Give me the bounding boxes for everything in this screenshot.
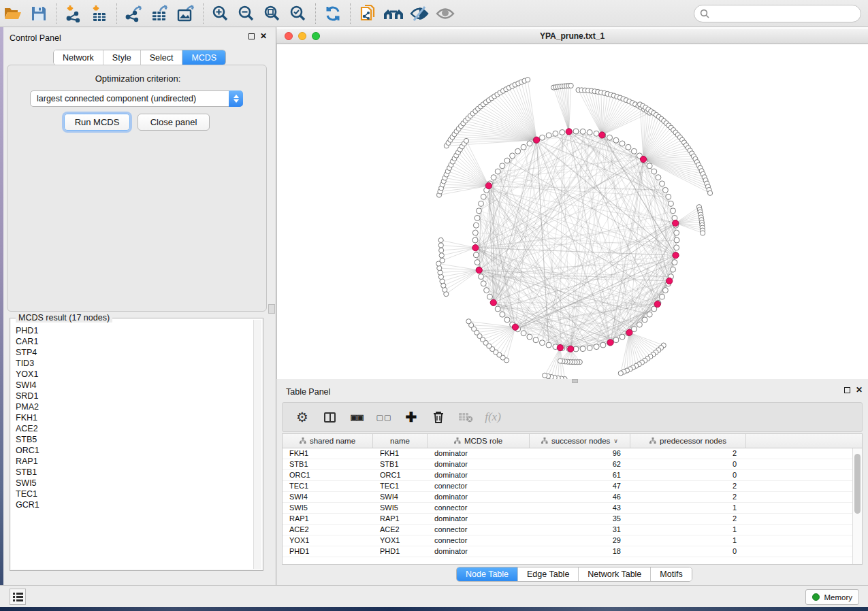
- import-table-icon[interactable]: [86, 2, 112, 25]
- save-session-icon[interactable]: [26, 2, 52, 25]
- cell-MCDS-role[interactable]: connector: [428, 481, 530, 491]
- cell-MCDS-role[interactable]: connector: [428, 525, 530, 535]
- table-settings-gear-icon[interactable]: ⚙: [293, 408, 311, 426]
- list-item[interactable]: SRD1: [16, 391, 252, 401]
- column-header-name[interactable]: name: [373, 434, 428, 448]
- table-row[interactable]: SWI5SWI5connector431: [283, 503, 852, 514]
- table-scrollbar[interactable]: [852, 448, 862, 564]
- unselect-all-columns-icon[interactable]: ▢▢: [375, 408, 393, 426]
- list-item[interactable]: STB1: [16, 467, 252, 478]
- cell-successor-nodes[interactable]: 18: [530, 546, 630, 557]
- cell-MCDS-role[interactable]: dominator: [428, 492, 530, 502]
- list-item[interactable]: FKH1: [16, 412, 252, 423]
- list-item[interactable]: TEC1: [16, 489, 252, 499]
- cell-shared-name[interactable]: RAP1: [283, 514, 373, 524]
- cell-predecessor-nodes[interactable]: 1: [630, 525, 746, 535]
- table-row[interactable]: YOX1YOX1connector291: [283, 535, 852, 546]
- cell-successor-nodes[interactable]: 29: [530, 535, 630, 546]
- memory-button[interactable]: Memory: [805, 589, 859, 605]
- cell-shared-name[interactable]: STB1: [283, 459, 373, 469]
- criterion-dropdown[interactable]: largest connected component (undirected): [30, 90, 243, 107]
- list-item[interactable]: ORC1: [16, 445, 252, 456]
- duplicate-network-icon[interactable]: [355, 2, 381, 25]
- zoom-fit-icon[interactable]: [259, 2, 285, 25]
- cell-name[interactable]: STB1: [373, 459, 428, 469]
- tab-network[interactable]: Network: [54, 50, 103, 65]
- cell-shared-name[interactable]: SWI4: [283, 492, 373, 502]
- table-row[interactable]: RAP1RAP1dominator352: [283, 514, 852, 525]
- list-item[interactable]: GCR1: [16, 499, 252, 510]
- hide-selected-icon[interactable]: [406, 2, 432, 25]
- cell-name[interactable]: SWI4: [373, 492, 428, 502]
- cell-shared-name[interactable]: YOX1: [283, 535, 373, 546]
- mcds-result-scrollbar[interactable]: [253, 320, 261, 569]
- list-item[interactable]: TID3: [16, 358, 252, 369]
- list-item[interactable]: CAR1: [16, 336, 252, 347]
- list-item[interactable]: ACE2: [16, 423, 252, 434]
- cell-successor-nodes[interactable]: 31: [530, 525, 630, 535]
- cell-shared-name[interactable]: ORC1: [283, 470, 373, 480]
- list-item[interactable]: PMA2: [16, 401, 252, 412]
- table-row[interactable]: TEC1TEC1connector472: [283, 481, 852, 492]
- tab-edge-table[interactable]: Edge Table: [518, 567, 579, 581]
- list-item[interactable]: SWI4: [16, 380, 252, 391]
- network-canvas[interactable]: [276, 44, 868, 379]
- cell-predecessor-nodes[interactable]: 1: [630, 535, 746, 546]
- table-row[interactable]: SWI4SWI4dominator462: [283, 492, 852, 503]
- cell-name[interactable]: YOX1: [373, 535, 428, 546]
- node-table[interactable]: shared namenameMCDS rolesuccessor nodes∨…: [282, 433, 863, 565]
- table-row[interactable]: STB1STB1dominator620: [283, 459, 852, 470]
- list-item[interactable]: SWI5: [16, 478, 252, 489]
- open-file-icon[interactable]: [0, 2, 26, 25]
- table-row[interactable]: PHD1PHD1dominator180: [283, 546, 852, 557]
- cell-successor-nodes[interactable]: 96: [530, 448, 630, 459]
- window-close-light[interactable]: [285, 32, 293, 40]
- tab-style[interactable]: Style: [103, 50, 141, 65]
- cell-predecessor-nodes[interactable]: 1: [630, 503, 746, 513]
- column-header-MCDS-role[interactable]: MCDS role: [428, 434, 530, 448]
- list-item[interactable]: YOX1: [16, 369, 252, 380]
- window-zoom-light[interactable]: [312, 32, 320, 40]
- cell-name[interactable]: PHD1: [373, 546, 428, 557]
- tab-network-table[interactable]: Network Table: [579, 567, 651, 581]
- cell-predecessor-nodes[interactable]: 0: [630, 470, 746, 480]
- list-item[interactable]: PHD1: [16, 325, 252, 336]
- cell-shared-name[interactable]: FKH1: [283, 448, 373, 459]
- run-mcds-button[interactable]: Run MCDS: [64, 114, 130, 131]
- cell-MCDS-role[interactable]: dominator: [428, 448, 530, 459]
- export-image-icon[interactable]: [173, 2, 199, 25]
- cell-successor-nodes[interactable]: 62: [530, 459, 630, 469]
- splitter-grip[interactable]: [268, 304, 275, 314]
- export-table-icon[interactable]: [147, 2, 173, 25]
- float-panel-icon[interactable]: [844, 387, 850, 393]
- cell-name[interactable]: SWI5: [373, 503, 428, 513]
- cell-MCDS-role[interactable]: dominator: [428, 514, 530, 524]
- cell-predecessor-nodes[interactable]: 2: [630, 481, 746, 491]
- first-neighbors-icon[interactable]: [381, 2, 406, 25]
- cell-successor-nodes[interactable]: 47: [530, 481, 630, 491]
- column-header-successor-nodes[interactable]: successor nodes∨: [530, 434, 630, 448]
- cell-name[interactable]: ORC1: [373, 470, 428, 480]
- cell-predecessor-nodes[interactable]: 2: [630, 492, 746, 502]
- tab-motifs[interactable]: Motifs: [651, 567, 691, 581]
- search-box[interactable]: [694, 5, 861, 22]
- select-all-columns-icon[interactable]: ▣▣: [348, 408, 366, 426]
- window-minimize-light[interactable]: [298, 32, 306, 40]
- cell-MCDS-role[interactable]: dominator: [428, 546, 530, 557]
- cell-successor-nodes[interactable]: 35: [530, 514, 630, 524]
- table-row[interactable]: ORC1ORC1dominator610: [283, 470, 852, 481]
- zoom-in-icon[interactable]: [208, 2, 234, 25]
- cell-successor-nodes[interactable]: 43: [530, 503, 630, 513]
- cell-shared-name[interactable]: TEC1: [283, 481, 373, 491]
- column-header-shared-name[interactable]: shared name: [283, 434, 373, 448]
- cell-name[interactable]: FKH1: [373, 448, 428, 459]
- list-item[interactable]: RAP1: [16, 456, 252, 467]
- cell-shared-name[interactable]: ACE2: [283, 525, 373, 535]
- float-panel-icon[interactable]: [248, 33, 255, 39]
- list-item[interactable]: STB5: [16, 434, 252, 445]
- show-all-icon[interactable]: [432, 2, 458, 25]
- close-panel-icon[interactable]: ✕: [856, 387, 863, 393]
- close-panel-icon[interactable]: ✕: [260, 33, 267, 39]
- cell-name[interactable]: TEC1: [373, 481, 428, 491]
- table-scrollbar-thumb[interactable]: [854, 454, 861, 514]
